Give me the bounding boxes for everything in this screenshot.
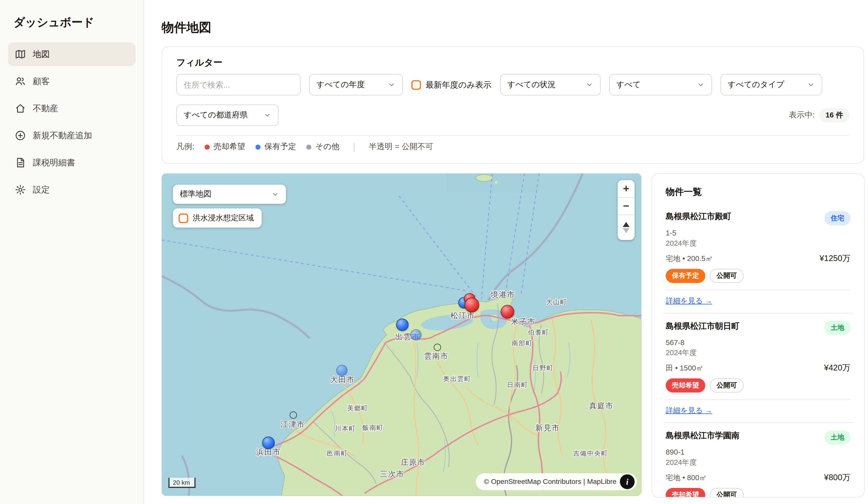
chevron-down-icon bbox=[271, 190, 279, 198]
property-type-badge: 住宅 bbox=[825, 211, 851, 225]
city-label: 大山町 bbox=[546, 298, 567, 306]
property-badges: 売却希望公開可 bbox=[666, 488, 851, 497]
property-card: 島根県松江市朝日町土地567-82024年度田 • 1500㎡¥420万売却希望… bbox=[663, 313, 853, 423]
zoom-out-button[interactable]: − bbox=[618, 198, 635, 216]
sidebar-item-label: 新規不動産追加 bbox=[33, 130, 92, 141]
property-badges: 売却希望公開可 bbox=[666, 378, 851, 392]
property-year: 2024年度 bbox=[666, 348, 851, 358]
chevron-down-icon bbox=[585, 81, 593, 89]
latest-year-checkbox[interactable] bbox=[411, 80, 421, 90]
city-label: 新見市 bbox=[535, 423, 560, 433]
filter-row-1: すべての年度 最新年度のみ表示 すべての状況 すべて すべてのタイプ bbox=[176, 74, 822, 96]
status-select-value: すべての状況 bbox=[507, 80, 556, 90]
property-price: ¥800万 bbox=[824, 472, 850, 483]
sidebar-item-label: 不動産 bbox=[33, 103, 58, 114]
property-land-price-row: 宅地 • 800㎡¥800万 bbox=[666, 472, 851, 483]
property-map[interactable]: 境港市大山町松江市米子市伯耆町南部町日野町日南町出雲市雲南市奥出雲町大田市美郷町… bbox=[162, 174, 641, 496]
property-address: 島根県松江市学園南 bbox=[666, 430, 740, 441]
sidebar-item-home[interactable]: 不動産 bbox=[8, 97, 136, 120]
city-label: 川本町 bbox=[335, 424, 356, 433]
city-label: 庄原市 bbox=[401, 458, 425, 468]
city-label: 米子市 bbox=[511, 317, 536, 327]
address-search-input[interactable] bbox=[176, 74, 301, 96]
sidebar-item-gear[interactable]: 設定 bbox=[8, 178, 136, 202]
divider bbox=[666, 290, 851, 290]
city-label: 三次市 bbox=[380, 469, 405, 480]
legend-item: 保有予定 bbox=[256, 142, 296, 152]
map-marker-hold-private[interactable] bbox=[410, 329, 422, 340]
publish-badge: 公開可 bbox=[710, 488, 744, 497]
latest-year-label: 最新年度のみ表示 bbox=[425, 79, 492, 90]
legend-dot bbox=[306, 144, 311, 149]
city-label: 日野町 bbox=[533, 364, 554, 372]
chevron-down-icon bbox=[264, 111, 271, 119]
map-marker-other[interactable] bbox=[290, 411, 297, 419]
document-icon bbox=[15, 157, 26, 168]
flood-layer-checkbox[interactable] bbox=[178, 213, 188, 223]
map-marker-hold[interactable] bbox=[396, 318, 409, 331]
sidebar-item-label: 設定 bbox=[33, 185, 50, 195]
main-content: 物件地図 フィルター すべての年度 最新年度のみ表示 すべての状況 bbox=[145, 0, 868, 504]
map-icon bbox=[15, 49, 26, 60]
map-marker-other[interactable] bbox=[434, 344, 441, 351]
property-land-price-row: 田 • 1500㎡¥420万 bbox=[666, 363, 851, 374]
map-scale-bar: 20 km bbox=[168, 478, 196, 488]
property-land-area: 宅地 • 200.5㎡ bbox=[666, 253, 713, 264]
map-marker-hold[interactable] bbox=[262, 437, 275, 449]
city-label: 吉備中央町 bbox=[573, 449, 608, 458]
count-badge: 16 件 bbox=[819, 108, 849, 123]
publish-select[interactable]: すべて bbox=[609, 74, 712, 96]
gear-icon bbox=[15, 184, 26, 196]
legend-item: 売却希望 bbox=[205, 142, 245, 152]
map-marker-hold-private[interactable] bbox=[336, 365, 348, 376]
flood-layer-toggle: 洪水浸水想定区域 bbox=[173, 208, 262, 228]
city-label: 境港市 bbox=[491, 290, 515, 300]
prefecture-select[interactable]: すべての都道府県 bbox=[176, 104, 279, 126]
type-select[interactable]: すべてのタイプ bbox=[720, 74, 822, 96]
property-address: 島根県松江市朝日町 bbox=[666, 321, 740, 332]
property-card-header: 島根県松江市朝日町土地 bbox=[666, 321, 851, 335]
property-card-header: 島根県松江市学園南土地 bbox=[666, 430, 851, 444]
compass-button[interactable] bbox=[618, 215, 635, 240]
property-badges: 保有予定公開可 bbox=[666, 269, 851, 283]
status-badge: 売却希望 bbox=[666, 488, 705, 497]
users-icon bbox=[15, 76, 26, 87]
page-title: 物件地図 bbox=[145, 0, 868, 36]
map-style-select[interactable]: 標準地図 bbox=[173, 185, 286, 204]
city-label: 美郷町 bbox=[347, 404, 368, 413]
chevron-down-icon bbox=[388, 81, 396, 89]
chevron-down-icon bbox=[697, 81, 705, 89]
status-badge: 売却希望 bbox=[666, 378, 705, 392]
city-label: 南部町 bbox=[512, 339, 533, 348]
property-detail-link[interactable]: 詳細を見る → bbox=[666, 406, 712, 416]
zoom-in-button[interactable]: + bbox=[618, 180, 635, 198]
info-icon[interactable]: i bbox=[619, 473, 636, 491]
app-window: ダッシュボード 地図顧客不動産新規不動産追加課税明細書設定 物件地図 フィルター… bbox=[0, 0, 868, 504]
sidebar-item-plus-circle[interactable]: 新規不動産追加 bbox=[8, 124, 136, 148]
map-style-value: 標準地図 bbox=[180, 189, 211, 200]
attribution-text: © OpenStreetMap Contributors | MapLibre bbox=[476, 473, 637, 491]
chevron-down-icon bbox=[807, 81, 815, 89]
publish-badge: 公開可 bbox=[710, 378, 744, 392]
divider: | bbox=[350, 142, 359, 152]
property-list-title: 物件一覧 bbox=[663, 183, 853, 204]
city-label: 大田市 bbox=[330, 375, 355, 385]
property-land-area: 宅地 • 800㎡ bbox=[666, 472, 707, 483]
map-marker-sell[interactable] bbox=[465, 298, 479, 313]
property-detail-link[interactable]: 詳細を見る → bbox=[666, 296, 712, 306]
sidebar-item-map[interactable]: 地図 bbox=[8, 42, 136, 66]
sidebar-item-document[interactable]: 課税明細書 bbox=[8, 151, 136, 175]
status-select[interactable]: すべての状況 bbox=[500, 74, 601, 96]
map-marker-sell[interactable] bbox=[501, 305, 514, 318]
property-lot-number: 1-5 bbox=[666, 229, 851, 237]
year-select[interactable]: すべての年度 bbox=[309, 74, 403, 96]
divider bbox=[666, 399, 851, 400]
filter-panel: フィルター すべての年度 最新年度のみ表示 すべての状況 すべて bbox=[162, 46, 864, 164]
city-label: 日南町 bbox=[507, 381, 528, 390]
legend-items: 売却希望保有予定その他 bbox=[205, 142, 339, 152]
city-label: 奥出雲町 bbox=[443, 375, 472, 383]
sidebar-item-users[interactable]: 顧客 bbox=[8, 70, 136, 93]
city-label: 真庭市 bbox=[589, 401, 613, 411]
sidebar-item-label: 地図 bbox=[33, 49, 50, 60]
property-year: 2024年度 bbox=[666, 458, 851, 468]
